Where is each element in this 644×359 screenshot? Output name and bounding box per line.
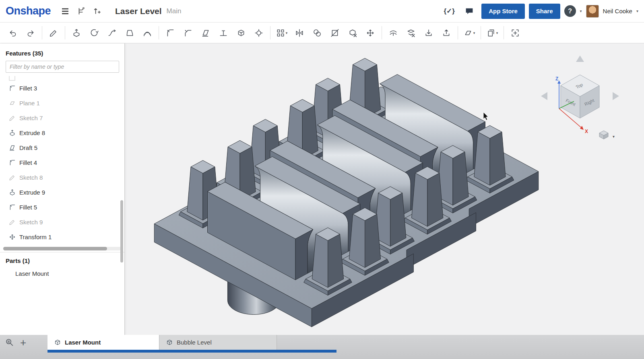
- featurescript-icon[interactable]: {✓}: [442, 4, 456, 18]
- scrolled-feature-fragment: [9, 76, 15, 81]
- plane-icon[interactable]: ▾: [460, 25, 478, 41]
- feature-filter-input[interactable]: [6, 61, 119, 73]
- feature-item-label: Sketch 7: [19, 115, 43, 121]
- import-icon[interactable]: [420, 25, 438, 41]
- insert-icon[interactable]: [90, 4, 105, 18]
- comments-icon[interactable]: [462, 4, 477, 18]
- sketch-icon[interactable]: [45, 25, 62, 41]
- sweep-icon[interactable]: [103, 25, 121, 41]
- feature-item-label: Fillet 3: [19, 85, 37, 92]
- part-item-label: Laser Mount: [15, 270, 49, 277]
- rib-icon[interactable]: [215, 25, 232, 41]
- active-tab-underline: [47, 350, 336, 353]
- shell-icon[interactable]: [232, 25, 250, 41]
- extrude-icon[interactable]: [68, 25, 85, 41]
- custom-feature-icon[interactable]: [506, 25, 524, 41]
- toolbar-separator: [270, 26, 270, 39]
- feature-item-plane-1[interactable]: Plane 1: [0, 96, 124, 111]
- viewcube-rotate-up-arrow[interactable]: [576, 55, 584, 62]
- features-vertical-scrollbar[interactable]: [120, 200, 123, 263]
- tab-bar: + Laser MountBubble Level: [0, 335, 644, 359]
- view-mode-button[interactable]: ▾: [599, 131, 615, 139]
- toolbar-separator: [504, 26, 504, 39]
- feature-item-label: Sketch 8: [19, 174, 43, 181]
- undo-icon[interactable]: [4, 25, 22, 41]
- user-name[interactable]: Neil Cooke: [603, 8, 632, 14]
- view-cube[interactable]: Top Front Right Z X ▾: [537, 50, 630, 144]
- transform-icon[interactable]: [361, 25, 379, 41]
- feature-item-label: Fillet 5: [19, 204, 37, 211]
- feature-item-fillet-5[interactable]: Fillet 5: [0, 200, 124, 215]
- feature-pattern-icon[interactable]: ▾: [483, 25, 501, 41]
- viewcube-rotate-left-arrow[interactable]: [541, 92, 547, 100]
- offset-surface-icon[interactable]: [384, 25, 402, 41]
- avatar[interactable]: [586, 5, 599, 18]
- feature-item-label: Draft 5: [19, 144, 37, 151]
- hole-icon[interactable]: [250, 25, 268, 41]
- toolbar-separator: [42, 26, 42, 39]
- search-tabs-icon[interactable]: [5, 338, 14, 347]
- scrollbar-thumb[interactable]: [3, 247, 107, 250]
- share-button[interactable]: Share: [529, 4, 560, 19]
- tab-bubble-level[interactable]: Bubble Level: [159, 335, 277, 350]
- features-panel-title: Features (35): [0, 43, 124, 59]
- document-title: Laser Level: [115, 6, 162, 16]
- view-mode-caret-icon: ▾: [613, 134, 615, 139]
- tab-bar-tools: +: [0, 335, 45, 350]
- versions-icon[interactable]: [74, 4, 89, 18]
- linear-pattern-icon[interactable]: ▾: [273, 25, 291, 41]
- parts-section-title: Parts (1): [0, 252, 124, 267]
- workspace-name: Main: [167, 7, 182, 15]
- feature-item-label: Transform 1: [19, 234, 52, 240]
- features-horizontal-scrollbar[interactable]: [3, 247, 121, 250]
- feature-item-extrude-8[interactable]: Extrude 8: [0, 125, 124, 140]
- model-viewport[interactable]: Top Front Right Z X ▾: [125, 43, 644, 335]
- add-tab-icon[interactable]: +: [20, 337, 26, 348]
- tab-label: Laser Mount: [65, 339, 101, 346]
- delete-part-icon[interactable]: [344, 25, 361, 41]
- tab-laser-mount[interactable]: Laser Mount: [47, 335, 159, 350]
- revolve-icon[interactable]: [85, 25, 103, 41]
- feature-item-label: Extrude 8: [19, 129, 45, 136]
- redo-icon[interactable]: [22, 25, 39, 41]
- toolbar-separator: [458, 26, 458, 39]
- dropdown-caret-icon: ▾: [286, 31, 288, 35]
- feature-item-transform-1[interactable]: Transform 1: [0, 230, 124, 244]
- thicken-icon[interactable]: [138, 25, 156, 41]
- mirror-icon[interactable]: [291, 25, 308, 41]
- dropdown-caret-icon: ▾: [496, 31, 498, 35]
- feature-toolbar: ▾▾▾: [0, 23, 644, 43]
- app-store-button[interactable]: App Store: [481, 4, 525, 19]
- feature-item-sketch-9[interactable]: Sketch 9: [0, 215, 124, 230]
- x-axis-arrow: [580, 126, 584, 130]
- loft-icon[interactable]: [121, 25, 138, 41]
- feature-item-extrude-9[interactable]: Extrude 9: [0, 185, 124, 200]
- feature-item-fillet-4[interactable]: Fillet 4: [0, 155, 124, 170]
- boolean-icon[interactable]: [308, 25, 326, 41]
- feature-item-draft-5[interactable]: Draft 5: [0, 140, 124, 155]
- feature-item-fillet-3[interactable]: Fillet 3: [0, 81, 124, 96]
- chamfer-icon[interactable]: [179, 25, 197, 41]
- feature-list: Fillet 3Plane 1Sketch 7Extrude 8Draft 5F…: [0, 81, 124, 244]
- help-icon[interactable]: ?: [564, 5, 576, 17]
- delete-face-icon[interactable]: [402, 25, 420, 41]
- feature-item-label: Plane 1: [19, 100, 40, 107]
- hamburger-menu-icon[interactable]: [58, 4, 72, 18]
- feature-item-label: Sketch 9: [19, 219, 43, 226]
- feature-item-sketch-7[interactable]: Sketch 7: [0, 111, 124, 125]
- split-icon[interactable]: [326, 25, 344, 41]
- user-menu-caret-icon[interactable]: ▾: [636, 9, 638, 13]
- feature-item-sketch-8[interactable]: Sketch 8: [0, 170, 124, 185]
- viewcube-rotate-right-arrow[interactable]: [613, 92, 619, 100]
- part-list: Laser Mount: [0, 267, 124, 280]
- document-tabs: Laser MountBubble Level: [47, 335, 277, 350]
- main-area: Top Front Right Z X ▾ Features (35): [0, 43, 644, 335]
- export-icon[interactable]: [438, 25, 455, 41]
- onshape-logo[interactable]: Onshape: [6, 5, 51, 17]
- help-caret-icon[interactable]: ▾: [580, 9, 582, 13]
- toolbar-separator: [159, 26, 159, 39]
- fillet-icon[interactable]: [161, 25, 179, 41]
- part-item-laser-mount[interactable]: Laser Mount: [0, 267, 124, 280]
- draft-icon[interactable]: [197, 25, 215, 41]
- toolbar-separator: [481, 26, 481, 39]
